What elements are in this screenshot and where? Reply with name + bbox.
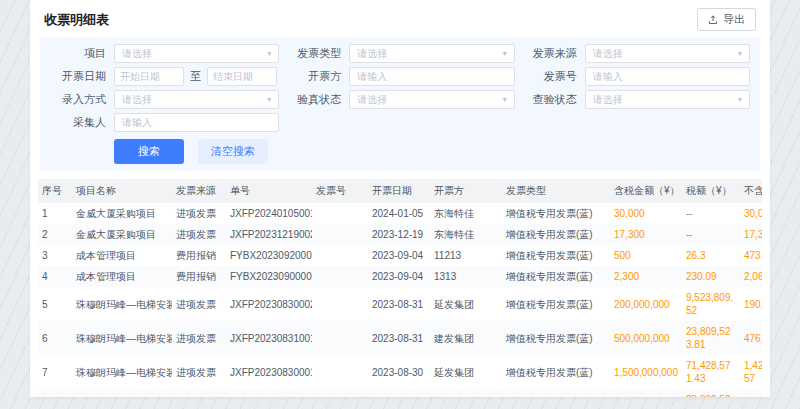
table-cell: 4 bbox=[38, 266, 72, 287]
select-placeholder-text: 请选择 bbox=[122, 93, 152, 107]
export-button[interactable]: 导出 bbox=[697, 8, 756, 31]
clear-search-button[interactable]: 清空搜索 bbox=[198, 139, 268, 164]
table-cell: JXFP20231219002 bbox=[226, 224, 312, 245]
top-bar: 收票明细表 导出 bbox=[30, 0, 770, 37]
table-cell: 建发集团 bbox=[430, 321, 502, 355]
table-row: 2金威大厦采购项目进项发票JXFP202312190022023-12-19东海… bbox=[38, 224, 762, 245]
select-placeholder-text: 请选择 bbox=[357, 47, 387, 61]
table-cell: 增值税专用发票(蓝) bbox=[502, 224, 610, 245]
table-cell: 进项发票 bbox=[172, 203, 226, 224]
invoice-table: 序号项目名称发票来源单号发票号开票日期开票方发票类型含税金额（¥）税额（¥）不含… bbox=[38, 179, 762, 397]
filter-field-7: 验真状态请选择▾ bbox=[285, 90, 514, 109]
table-head: 序号项目名称发票来源单号发票号开票日期开票方发票类型含税金额（¥）税额（¥）不含… bbox=[38, 179, 762, 203]
table-cell: 东海特佳 bbox=[430, 203, 502, 224]
table-row: 1金威大厦采购项目进项发票JXFP202401050012024-01-05东海… bbox=[38, 203, 762, 224]
table-cell: 7 bbox=[38, 355, 72, 389]
table-cell: 2024-01-05 bbox=[368, 203, 430, 224]
select-placeholder-text: 请选择 bbox=[593, 47, 623, 61]
table-cell: 建发集团 bbox=[430, 389, 502, 397]
column-header-2: 发票来源 bbox=[172, 179, 226, 203]
filter-panel: 项目请选择▾发票类型请选择▾发票来源请选择▾开票日期至开票方发票号录入方式请选择… bbox=[40, 37, 760, 171]
table-cell: 230.09 bbox=[682, 266, 740, 287]
table-cell: 增值税专用发票(蓝) bbox=[502, 203, 610, 224]
table-cell bbox=[312, 245, 368, 266]
chevron-down-icon: ▾ bbox=[267, 50, 271, 58]
table-cell bbox=[312, 224, 368, 245]
filter-field-label: 发票来源 bbox=[521, 46, 577, 61]
table-cell: 2023-08-30 bbox=[368, 389, 430, 397]
select-placeholder-text: 请选择 bbox=[593, 93, 623, 107]
invoice-detail-page: 收票明细表 导出 项目请选择▾发票类型请选择▾发票来源请选择▾开票日期至开票方发… bbox=[30, 0, 770, 397]
search-button[interactable]: 搜索 bbox=[114, 139, 184, 164]
table-body: 1金威大厦采购项目进项发票JXFP202401050012024-01-05东海… bbox=[38, 203, 762, 397]
table-cell: 3 bbox=[38, 245, 72, 266]
date-start-input[interactable] bbox=[120, 71, 178, 82]
table-cell bbox=[312, 203, 368, 224]
table-row: 4成本管理项目费用报销FYBX202309000052023-09-041313… bbox=[38, 266, 762, 287]
table-cell: 500 bbox=[610, 245, 682, 266]
table-cell: 金威大厦采购项目 bbox=[72, 203, 172, 224]
table-cell: JXFP20230830002 bbox=[226, 287, 312, 321]
column-header-4: 发票号 bbox=[312, 179, 368, 203]
filter-field-8: 查验状态请选择▾ bbox=[521, 90, 750, 109]
table-cell: 增值税专用发票(蓝) bbox=[502, 287, 610, 321]
filter-input-5[interactable] bbox=[593, 71, 742, 82]
table-cell: 进项发票 bbox=[172, 287, 226, 321]
table-cell: FYBX20230900005 bbox=[226, 266, 312, 287]
table-cell: 11213 bbox=[430, 245, 502, 266]
table-cell: -- bbox=[682, 224, 740, 245]
filter-input-wrap bbox=[585, 67, 750, 86]
table-cell: 2023-12-19 bbox=[368, 224, 430, 245]
table-cell: 1,428,571,428.57 bbox=[740, 355, 762, 389]
date-end-input[interactable] bbox=[213, 71, 271, 82]
filter-field-9: 采集人 bbox=[50, 113, 279, 132]
table-row: 6珠穆朗玛峰—电梯安装进项发票JXFP202308310012023-08-31… bbox=[38, 321, 762, 355]
filter-field-4: 开票方 bbox=[285, 67, 514, 86]
filter-field-label: 查验状态 bbox=[521, 92, 577, 107]
filter-select-1[interactable]: 请选择▾ bbox=[349, 44, 514, 63]
filter-input-9[interactable] bbox=[122, 117, 271, 128]
table-cell: 2023-08-31 bbox=[368, 287, 430, 321]
date-start-wrap bbox=[114, 67, 184, 86]
table-cell: 8 bbox=[38, 389, 72, 397]
table-cell: 费用报销 bbox=[172, 266, 226, 287]
chevron-down-icon: ▾ bbox=[503, 50, 507, 58]
filter-field-label: 验真状态 bbox=[285, 92, 341, 107]
filter-input-4[interactable] bbox=[357, 71, 506, 82]
table-cell: 珠穆朗玛峰—电梯安装 bbox=[72, 287, 172, 321]
export-icon bbox=[708, 15, 718, 25]
filter-actions: 搜索 清空搜索 bbox=[50, 139, 750, 164]
filter-field-label: 项目 bbox=[50, 46, 106, 61]
table-header-row: 序号项目名称发票来源单号发票号开票日期开票方发票类型含税金额（¥）税额（¥）不含… bbox=[38, 179, 762, 203]
filter-select-7[interactable]: 请选择▾ bbox=[349, 90, 514, 109]
table-cell: 30,000 bbox=[740, 203, 762, 224]
table-cell: 2,300 bbox=[610, 266, 682, 287]
filter-select-6[interactable]: 请选择▾ bbox=[114, 90, 279, 109]
table-cell: 2023-08-30 bbox=[368, 355, 430, 389]
select-placeholder-text: 请选择 bbox=[357, 93, 387, 107]
filter-select-0[interactable]: 请选择▾ bbox=[114, 44, 279, 63]
table-cell bbox=[312, 287, 368, 321]
table-row: 7珠穆朗玛峰—电梯安装进项发票JXFP202308300012023-08-30… bbox=[38, 355, 762, 389]
table-row: 3成本管理项目费用报销FYBX202309200032023-09-041121… bbox=[38, 245, 762, 266]
filter-grid: 项目请选择▾发票类型请选择▾发票来源请选择▾开票日期至开票方发票号录入方式请选择… bbox=[50, 44, 750, 132]
filter-field-3: 开票日期至 bbox=[50, 67, 279, 86]
table-cell: 473.7 bbox=[740, 245, 762, 266]
filter-field-2: 发票来源请选择▾ bbox=[521, 44, 750, 63]
table-cell: 进项发票 bbox=[172, 389, 226, 397]
filter-field-label: 开票日期 bbox=[50, 69, 106, 84]
chevron-down-icon: ▾ bbox=[503, 96, 507, 104]
table-cell: 500,000,000 bbox=[610, 321, 682, 355]
filter-input-wrap bbox=[349, 67, 514, 86]
filter-select-2[interactable]: 请选择▾ bbox=[585, 44, 750, 63]
table-cell: 费用报销 bbox=[172, 245, 226, 266]
table-cell bbox=[312, 389, 368, 397]
table-cell: 190,476,190.48 bbox=[740, 287, 762, 321]
filter-field-0: 项目请选择▾ bbox=[50, 44, 279, 63]
table-cell: 5 bbox=[38, 287, 72, 321]
chevron-down-icon: ▾ bbox=[738, 50, 742, 58]
filter-field-label: 采集人 bbox=[50, 115, 106, 130]
table-cell: 珠穆朗玛峰—电梯安装 bbox=[72, 355, 172, 389]
table-cell: 17,300 bbox=[610, 224, 682, 245]
filter-select-8[interactable]: 请选择▾ bbox=[585, 90, 750, 109]
